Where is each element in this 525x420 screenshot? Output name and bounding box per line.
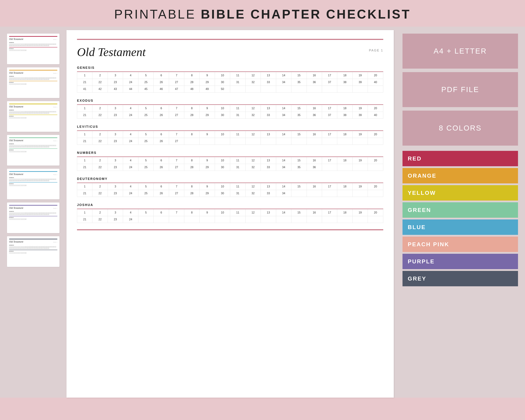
chapter-cell: 13: [261, 72, 276, 79]
chapter-table: 1234567891011121314151617181920212223242…: [77, 183, 383, 197]
chapter-cell: 18: [337, 157, 352, 164]
chapter-cell: 17: [322, 209, 337, 216]
chapter-table: 1234567891011121314151617181920212223242…: [77, 105, 383, 119]
chapter-cell: 23: [108, 79, 123, 86]
title-regular: PRINTABLE: [114, 7, 201, 21]
chapter-cell: 28: [184, 164, 199, 171]
chapter-cell: 5: [138, 183, 153, 190]
chapter-cell: 20: [368, 105, 383, 112]
chapter-cell: [154, 216, 169, 223]
chapter-cell: 3: [108, 183, 123, 190]
chapter-cell: 6: [154, 183, 169, 190]
chapter-cell: 25: [138, 112, 153, 119]
chapter-cell: 3: [108, 131, 123, 138]
chapter-cell: [307, 190, 322, 197]
chapter-cell: 12: [245, 131, 261, 138]
chapter-cell: 11: [230, 157, 245, 164]
chapter-cell: 16: [307, 183, 322, 190]
book-title: JOSHUA: [77, 203, 383, 207]
book-title: DEUTERONOMY: [77, 177, 383, 181]
chapter-cell: 18: [337, 72, 352, 79]
chapter-cell: 27: [169, 190, 184, 197]
chapter-cell: 27: [169, 138, 184, 145]
chapter-cell: 29: [199, 164, 215, 171]
chapter-cell: 19: [352, 183, 368, 190]
chapter-cell: [337, 190, 352, 197]
chapter-cell: 24: [123, 190, 138, 197]
chapter-cell: [245, 138, 261, 145]
preview-top-bar: [77, 39, 383, 40]
color-swatch-label: BLUE: [408, 224, 426, 231]
chapter-cell: 11: [230, 183, 245, 190]
chapter-cell: 41: [77, 86, 92, 93]
chapter-cell: 2: [92, 105, 108, 112]
preview-title-row: Old Testament PAGE 1: [77, 45, 383, 59]
chapter-cell: 14: [276, 209, 291, 216]
chapter-cell: 11: [230, 131, 245, 138]
chapter-cell: 34: [276, 164, 291, 171]
chapter-cell: 1: [77, 157, 92, 164]
chapter-cell: 33: [261, 79, 276, 86]
chapter-cell: 1: [77, 72, 92, 79]
chapter-cell: 9: [199, 157, 215, 164]
color-swatch-peach-pink: PEACH PINK: [403, 237, 518, 252]
chapter-cell: 5: [138, 105, 153, 112]
chapter-cell: 26: [154, 190, 169, 197]
chapter-cell: 17: [322, 157, 337, 164]
chapter-cell: 38: [337, 79, 352, 86]
chapter-cell: 13: [261, 157, 276, 164]
chapter-cell: 27: [169, 79, 184, 86]
color-swatch-yellow: YELLOW: [403, 185, 518, 201]
color-swatches-container: REDORANGEYELLOWGREENBLUEPEACH PINKPURPLE…: [403, 151, 518, 288]
chapter-cell: 10: [215, 72, 230, 79]
chapter-cell: 21: [77, 190, 92, 197]
chapter-cell: 23: [108, 112, 123, 119]
chapter-cell: 22: [92, 164, 108, 171]
chapter-cell: 10: [215, 209, 230, 216]
chapter-cell: 13: [261, 131, 276, 138]
chapter-cell: 11: [230, 105, 245, 112]
chapter-cell: [322, 164, 337, 171]
color-swatch-purple: PURPLE: [403, 254, 518, 269]
chapter-cell: [337, 164, 352, 171]
chapter-cell: 24: [123, 138, 138, 145]
chapter-cell: 6: [154, 131, 169, 138]
chapter-cell: [261, 138, 276, 145]
book-title: GENESIS: [77, 66, 383, 70]
chapter-cell: 11: [230, 209, 245, 216]
chapter-cell: [322, 190, 337, 197]
chapter-cell: 7: [169, 209, 184, 216]
book-title: EXODUS: [77, 99, 383, 103]
chapter-cell: 36: [307, 164, 322, 171]
chapter-cell: 20: [368, 131, 383, 138]
chapter-cell: 3: [108, 209, 123, 216]
chapter-cell: 5: [138, 209, 153, 216]
chapter-cell: 28: [184, 79, 199, 86]
chapter-cell: 6: [154, 209, 169, 216]
chapter-cell: 9: [199, 72, 215, 79]
book-section-deuteronomy: DEUTERONOMY 1234567891011121314151617181…: [77, 177, 383, 197]
chapter-cell: 28: [184, 112, 199, 119]
chapter-cell: 6: [154, 72, 169, 79]
chapter-cell: 4: [123, 183, 138, 190]
chapter-cell: [337, 86, 352, 93]
chapter-cell: 23: [108, 164, 123, 171]
chapter-cell: [322, 86, 337, 93]
chapter-cell: 32: [245, 112, 261, 119]
chapter-cell: 14: [276, 105, 291, 112]
chapter-cell: [322, 216, 337, 223]
chapter-cell: 13: [261, 209, 276, 216]
chapter-cell: [245, 216, 261, 223]
chapter-cell: 18: [337, 131, 352, 138]
chapter-cell: 19: [352, 157, 368, 164]
chapter-cell: 50: [215, 86, 230, 93]
chapter-cell: 16: [307, 105, 322, 112]
chapter-cell: 14: [276, 183, 291, 190]
chapter-cell: [230, 216, 245, 223]
book-section-genesis: GENESIS 12345678910111213141516171819202…: [77, 66, 383, 93]
chapter-cell: 16: [307, 72, 322, 79]
chapter-cell: 11: [230, 72, 245, 79]
chapter-cell: 36: [307, 112, 322, 119]
chapter-cell: 17: [322, 72, 337, 79]
chapter-cell: [276, 216, 291, 223]
